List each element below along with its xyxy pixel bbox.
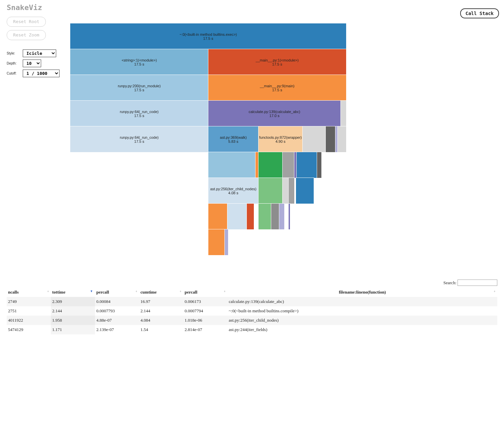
icicle-cell[interactable]: [259, 152, 283, 178]
icicle-cell[interactable]: [247, 204, 254, 229]
icicle-cell[interactable]: [259, 204, 271, 229]
icicle-cell[interactable]: [335, 126, 338, 152]
icicle-cell[interactable]: [289, 204, 290, 229]
depth-label: Depth:: [7, 62, 20, 65]
reset-zoom-button[interactable]: Reset Zoom: [7, 30, 46, 40]
reset-root-button[interactable]: Reset Root: [7, 17, 46, 27]
icicle-cell[interactable]: [208, 229, 225, 255]
table-row[interactable]: 40119221.9584.88e-074.0841.018e-06ast.py…: [7, 316, 497, 325]
icicle-cell[interactable]: [317, 152, 321, 178]
icicle-cell[interactable]: [227, 204, 247, 229]
table-row[interactable]: 27492.3090.0008416.970.006173calculate.p…: [7, 297, 497, 306]
icicle-cell[interactable]: [303, 126, 326, 152]
app-title: SnakeViz: [7, 3, 42, 12]
depth-select[interactable]: 10: [23, 60, 41, 67]
icicle-cell: [70, 204, 208, 229]
search-input[interactable]: [458, 280, 497, 286]
icicle-cell: [284, 204, 289, 229]
icicle-cell[interactable]: runpy.py:64(_run_code)17.5 s: [70, 126, 208, 152]
icicle-cell[interactable]: [289, 178, 294, 204]
icicle-cell[interactable]: __main__.py:9(main)17.5 s: [208, 75, 346, 101]
icicle-cell[interactable]: [256, 152, 258, 178]
icicle-cell[interactable]: calculate.py:139(calculate_abc)17.0 s: [208, 101, 341, 126]
icicle-cell[interactable]: [208, 152, 256, 178]
icicle-cell: [70, 229, 208, 255]
col-percall[interactable]: percall♦: [183, 288, 227, 297]
icicle-cell[interactable]: ast.py:256(iter_child_nodes)4.08 s: [208, 178, 259, 204]
icicle-cell[interactable]: [283, 178, 289, 204]
icicle-cell: [70, 178, 208, 204]
icicle-cell[interactable]: runpy.py:64(_run_code)17.5 s: [70, 101, 208, 126]
search-label: Search:: [443, 280, 457, 285]
icicle-cell[interactable]: runpy.py:200(run_module)17.5 s: [70, 75, 208, 101]
icicle-cell[interactable]: <string>:1(<module>)17.5 s: [70, 49, 208, 75]
cutoff-select[interactable]: 1 / 1000: [23, 70, 60, 77]
table-row[interactable]: 54741291.1712.139e-071.542.814e-07ast.py…: [7, 325, 497, 334]
stats-table-container: Search: ncalls♦tottime▼percall♦cumtime♦p…: [7, 288, 497, 334]
col-cumtime[interactable]: cumtime♦: [139, 288, 183, 297]
icicle-cell[interactable]: __main__.py:1(<module>)17.5 s: [208, 49, 346, 75]
col-filenamelinenofunction[interactable]: filename:lineno(function)♦: [227, 288, 497, 297]
icicle-cell[interactable]: [283, 152, 294, 178]
icicle-cell[interactable]: [294, 152, 297, 178]
icicle-cell[interactable]: [296, 178, 314, 204]
icicle-cell[interactable]: ~:0(<built-in method builtins.exec>)17.5…: [70, 23, 346, 49]
icicle-cell: [254, 204, 259, 229]
icicle-cell[interactable]: [225, 229, 228, 255]
col-ncalls[interactable]: ncalls♦: [7, 288, 51, 297]
icicle-cell: [70, 152, 208, 178]
icicle-cell[interactable]: ast.py:369(walk)5.83 s: [208, 126, 259, 152]
icicle-cell[interactable]: [259, 178, 283, 204]
icicle-cell[interactable]: [338, 126, 346, 152]
cutoff-label: Cutoff:: [7, 72, 20, 75]
stats-table: ncalls♦tottime▼percall♦cumtime♦percall♦f…: [7, 288, 497, 334]
icicle-chart[interactable]: ~:0(<built-in method builtins.exec>)17.5…: [70, 23, 346, 255]
icicle-cell[interactable]: functools.py:872(wrapper)4.90 s: [259, 126, 303, 152]
icicle-cell[interactable]: [326, 126, 335, 152]
icicle-cell[interactable]: [341, 101, 346, 126]
table-row[interactable]: 27512.1440.00077932.1440.0007794~:0(<bui…: [7, 306, 497, 316]
icicle-cell[interactable]: [208, 204, 228, 229]
style-label: Style:: [7, 51, 20, 55]
icicle-cell[interactable]: [279, 204, 284, 229]
col-tottime[interactable]: tottime▼: [51, 288, 95, 297]
call-stack-button[interactable]: Call Stack: [460, 8, 499, 18]
col-percall[interactable]: percall♦: [95, 288, 139, 297]
icicle-cell[interactable]: [297, 152, 317, 178]
icicle-cell[interactable]: [271, 204, 280, 229]
style-select[interactable]: Icicle: [23, 49, 56, 57]
